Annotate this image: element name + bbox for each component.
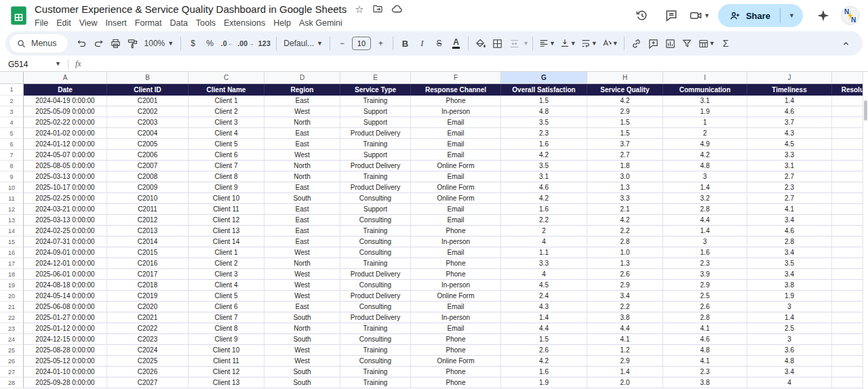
- cell[interactable]: 2024-01-12 0:00:00: [24, 139, 107, 150]
- cell[interactable]: 4.5: [747, 139, 832, 150]
- cell[interactable]: Client 7: [189, 312, 264, 323]
- cell[interactable]: Client 9: [189, 182, 264, 193]
- cell[interactable]: 4: [747, 377, 832, 388]
- column-header-A[interactable]: A: [24, 72, 107, 84]
- menu-data[interactable]: Data: [165, 18, 191, 28]
- cell[interactable]: 3.8: [747, 280, 832, 291]
- cell[interactable]: 4: [501, 269, 587, 280]
- cell[interactable]: 4.2: [587, 215, 663, 226]
- horizontal-align-button[interactable]: ▼: [536, 35, 557, 52]
- cell[interactable]: North: [264, 171, 340, 182]
- cell[interactable]: 1.2: [587, 345, 663, 356]
- cell[interactable]: Client 6: [189, 302, 264, 312]
- cell[interactable]: Training: [340, 345, 411, 356]
- cell[interactable]: C2010: [107, 193, 189, 204]
- cell[interactable]: 4.8: [501, 106, 587, 117]
- cloud-saved-icon[interactable]: [391, 3, 403, 15]
- cell[interactable]: 1.3: [587, 258, 663, 269]
- column-header-D[interactable]: D: [264, 72, 340, 84]
- cell[interactable]: 2025-03-13 0:00:00: [24, 171, 107, 182]
- cell[interactable]: 1.5: [587, 117, 663, 128]
- cell[interactable]: 2.8: [747, 237, 832, 247]
- insert-link-button[interactable]: [628, 35, 645, 52]
- cell[interactable]: C2019: [107, 291, 189, 302]
- cell[interactable]: 4.6: [747, 226, 832, 237]
- cell[interactable]: Client 1: [189, 96, 264, 106]
- text-color-button[interactable]: A: [448, 35, 465, 52]
- cell[interactable]: C2009: [107, 182, 189, 193]
- cell[interactable]: 2.3: [663, 258, 747, 269]
- vertical-align-button[interactable]: ▼: [557, 35, 578, 52]
- menu-edit[interactable]: Edit: [52, 18, 75, 28]
- cell[interactable]: 2.2: [501, 215, 587, 226]
- cell[interactable]: Consulting: [340, 247, 411, 258]
- cell[interactable]: Client 5: [189, 291, 264, 302]
- cell[interactable]: 2024-04-19 0:00:00: [24, 96, 107, 106]
- row-header-25[interactable]: 25: [0, 345, 24, 356]
- row-header-12[interactable]: 12: [0, 204, 24, 215]
- cell[interactable]: Product Delivery: [340, 128, 411, 139]
- cell[interactable]: 2.6: [587, 269, 663, 280]
- cell[interactable]: 2025-08-28 0:00:00: [24, 345, 107, 356]
- cell[interactable]: 2025-05-12 0:00:00: [24, 356, 107, 367]
- cell[interactable]: 3.8: [587, 312, 663, 323]
- cell[interactable]: 2.9: [587, 356, 663, 367]
- cell[interactable]: South: [264, 193, 340, 204]
- caret-down-icon[interactable]: ▼: [704, 13, 710, 19]
- decrease-font-size-button[interactable]: −: [334, 35, 351, 52]
- cell[interactable]: 2.9: [587, 106, 663, 117]
- text-rotation-button[interactable]: ▼: [599, 35, 620, 52]
- cell[interactable]: 3.4: [747, 269, 832, 280]
- cell[interactable]: Email: [411, 128, 501, 139]
- cell[interactable]: Product Delivery: [340, 291, 411, 302]
- cell[interactable]: 1.4: [663, 226, 747, 237]
- column-header-E[interactable]: E: [340, 72, 411, 84]
- cell[interactable]: 4.2: [501, 356, 587, 367]
- cell[interactable]: 2.2: [587, 302, 663, 312]
- cell[interactable]: 3.4: [747, 247, 832, 258]
- filter-button[interactable]: [679, 35, 696, 52]
- cell[interactable]: Client 11: [189, 204, 264, 215]
- cell[interactable]: Email: [411, 247, 501, 258]
- cell[interactable]: 1.5: [587, 128, 663, 139]
- cell[interactable]: 2025-06-08 0:00:00: [24, 302, 107, 312]
- cell[interactable]: 2.3: [747, 182, 832, 193]
- cell[interactable]: In-person: [411, 312, 501, 323]
- merge-cells-button[interactable]: [506, 35, 523, 52]
- cell[interactable]: Online Form: [411, 182, 501, 193]
- cell[interactable]: 4.8: [663, 345, 747, 356]
- cell[interactable]: 2: [501, 226, 587, 237]
- cell[interactable]: 2.1: [587, 204, 663, 215]
- table-header-cell[interactable]: Timeliness: [747, 84, 832, 96]
- cell[interactable]: 2024-12-01 0:00:00: [24, 258, 107, 269]
- cell[interactable]: 1.8: [587, 161, 663, 171]
- row-header-27[interactable]: 27: [0, 367, 24, 377]
- cell[interactable]: 1.9: [747, 291, 832, 302]
- cell[interactable]: 3.9: [663, 269, 747, 280]
- cell[interactable]: 4.4: [587, 323, 663, 334]
- cell[interactable]: 3.6: [747, 345, 832, 356]
- cell[interactable]: West: [264, 150, 340, 161]
- cell[interactable]: Consulting: [340, 237, 411, 247]
- cell[interactable]: C2020: [107, 302, 189, 312]
- cell[interactable]: Email: [411, 117, 501, 128]
- column-header-G[interactable]: G: [501, 72, 587, 84]
- print-button[interactable]: [107, 35, 124, 52]
- cell[interactable]: 2025-01-27 0:00:00: [24, 312, 107, 323]
- cell[interactable]: 4.2: [663, 150, 747, 161]
- cell[interactable]: 2025-01-12 0:00:00: [24, 323, 107, 334]
- cell[interactable]: In-person: [411, 237, 501, 247]
- row-header-5[interactable]: 5: [0, 128, 24, 139]
- row-header-16[interactable]: 16: [0, 247, 24, 258]
- cell[interactable]: C2015: [107, 247, 189, 258]
- menus-search-button[interactable]: Menus: [9, 34, 68, 53]
- cell[interactable]: 4.6: [747, 106, 832, 117]
- table-button[interactable]: ▼: [696, 35, 717, 52]
- cell[interactable]: 2025-08-05 0:00:00: [24, 161, 107, 171]
- row-header-1[interactable]: 1: [0, 84, 24, 96]
- cell[interactable]: 2024-12-15 0:00:00: [24, 334, 107, 345]
- table-header-cell[interactable]: Client Name: [189, 84, 264, 96]
- cell[interactable]: 2024-01-02 0:00:00: [24, 128, 107, 139]
- column-header-B[interactable]: B: [107, 72, 189, 84]
- insert-comment-button[interactable]: [645, 35, 662, 52]
